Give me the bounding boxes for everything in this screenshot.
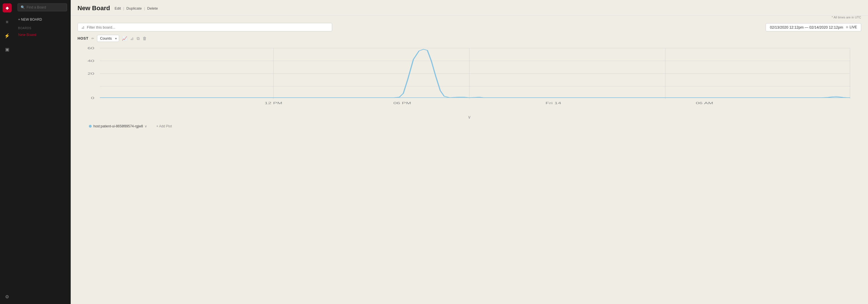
chart-actions: 📈 ⊿ ⧉ 🗑 xyxy=(122,36,147,41)
live-dot xyxy=(846,26,848,28)
svg-text:06 AM: 06 AM xyxy=(696,101,713,105)
find-board-placeholder: Find a Board xyxy=(27,5,46,9)
delete-link[interactable]: Delete xyxy=(147,6,158,10)
nav-icon-activity[interactable]: ⚡ xyxy=(3,32,11,40)
header-actions: Edit | Duplicate | Delete xyxy=(115,6,158,10)
page-title: New Board xyxy=(78,4,110,12)
sidebar-item-new-board[interactable]: New Board xyxy=(14,31,70,38)
legend-chevron[interactable]: ∨ xyxy=(145,124,147,128)
metric-select-wrapper: Counts Rate Avg xyxy=(97,35,119,42)
live-badge: LIVE xyxy=(846,25,857,29)
svg-text:60: 60 xyxy=(87,47,94,50)
line-chart-icon[interactable]: 📈 xyxy=(122,36,127,41)
find-board-input[interactable]: 🔍 Find a Board xyxy=(18,3,67,11)
legend-dot xyxy=(89,125,92,128)
legend-label[interactable]: host:patient-ui-8658f89574-rgjw8 xyxy=(93,124,143,128)
utc-note: * All times are in UTC xyxy=(71,16,868,20)
chart-legend: host:patient-ui-8658f89574-rgjw8 ∨ + Add… xyxy=(78,122,861,128)
page-header: New Board Edit | Duplicate | Delete xyxy=(71,0,868,16)
add-plot-button[interactable]: + Add Plot xyxy=(156,124,172,128)
chart-header: HOST ✏ Counts Rate Avg 📈 ⊿ ⧉ 🗑 xyxy=(78,35,861,42)
svg-text:Fri 14: Fri 14 xyxy=(546,101,561,105)
app-logo[interactable]: ◆ xyxy=(3,3,11,12)
filter-bar[interactable]: ⊿ xyxy=(78,23,332,31)
svg-text:0: 0 xyxy=(91,96,94,100)
svg-text:20: 20 xyxy=(87,72,94,75)
date-range-selector[interactable]: 02/13/2020 12:12pm — 02/14/2020 12:12pm … xyxy=(766,23,861,31)
live-label: LIVE xyxy=(849,25,857,29)
filter-icon: ⊿ xyxy=(81,25,85,29)
search-icon: 🔍 xyxy=(21,5,25,9)
nav-icon-screen[interactable]: ▣ xyxy=(3,45,11,53)
metric-select[interactable]: Counts Rate Avg xyxy=(97,35,119,42)
chart-area: 60 40 20 0 12 PM 06 PM Fri 14 06 AM xyxy=(78,45,861,113)
filter-input[interactable] xyxy=(87,25,329,29)
nav-icon-settings[interactable]: ⚙ xyxy=(3,293,11,301)
sidebar: 🔍 Find a Board + NEW BOARD BOARDS New Bo… xyxy=(14,0,71,304)
date-range-text: 02/13/2020 12:12pm — 02/14/2020 12:12pm xyxy=(770,25,843,29)
duplicate-link[interactable]: Duplicate xyxy=(126,6,142,10)
copy-chart-icon[interactable]: ⧉ xyxy=(137,36,140,41)
expand-chevron[interactable]: ∨ xyxy=(78,113,861,122)
svg-text:12 PM: 12 PM xyxy=(265,101,282,105)
chart-section: HOST ✏ Counts Rate Avg 📈 ⊿ ⧉ 🗑 xyxy=(78,35,861,300)
chart-svg: 60 40 20 0 12 PM 06 PM Fri 14 06 AM xyxy=(78,45,861,113)
svg-text:40: 40 xyxy=(87,59,94,63)
delete-chart-icon[interactable]: 🗑 xyxy=(143,36,147,41)
chart-edit-icon[interactable]: ✏ xyxy=(91,36,94,40)
svg-text:06 PM: 06 PM xyxy=(393,101,411,105)
nav-icon-menu[interactable]: ≡ xyxy=(3,18,11,26)
left-navigation: ◆ ≡ ⚡ ▣ ⚙ xyxy=(0,0,14,304)
chart-host-label: HOST xyxy=(78,36,89,40)
board-toolbar: ⊿ 02/13/2020 12:12pm — 02/14/2020 12:12p… xyxy=(71,20,868,35)
boards-section-label: BOARDS xyxy=(14,23,70,31)
new-board-button[interactable]: + NEW BOARD xyxy=(14,16,70,23)
main-content: New Board Edit | Duplicate | Delete * Al… xyxy=(71,0,868,304)
edit-link[interactable]: Edit xyxy=(115,6,121,10)
filter-chart-icon[interactable]: ⊿ xyxy=(130,36,134,41)
